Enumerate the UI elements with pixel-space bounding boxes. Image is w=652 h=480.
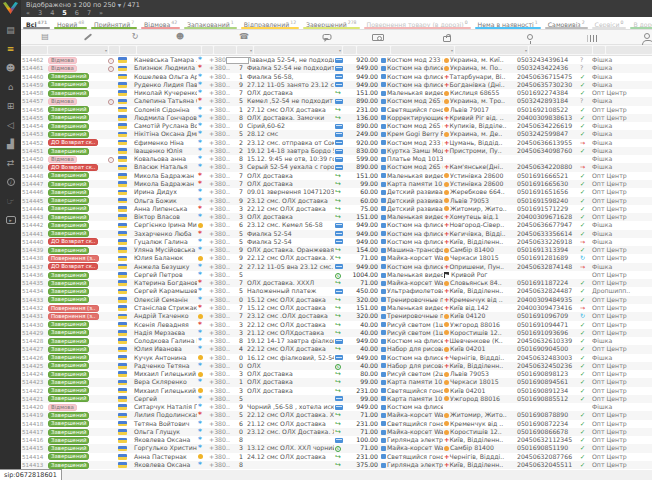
payment-column-icon[interactable] <box>372 32 384 41</box>
column-filter[interactable] <box>120 46 136 54</box>
order-row[interactable]: 514424ЗавершенийМихаил Гилецький+380...3… <box>21 370 652 378</box>
comment-column-icon[interactable] <box>323 32 332 40</box>
order-row[interactable]: 514460ЗавершенийКошелева Ольга Ар..*+380… <box>21 73 652 81</box>
order-row[interactable]: 514419ЗавершенийЛилия Подолинская*+380..… <box>21 411 652 419</box>
column-filter[interactable] <box>137 46 201 54</box>
order-row[interactable]: 514439ЗавершенийУляна Мусійовська*+380..… <box>21 246 652 254</box>
order-row[interactable]: 514413ЗавершенийЯковлева Оксана*+380...8… <box>21 461 652 469</box>
order-row[interactable]: 514457ВідмоваiСалепина Татьяна С..*+380.… <box>21 97 652 105</box>
order-row[interactable]: 514416ЗавершенийЯковлева Оксана*+380...8… <box>21 436 652 444</box>
manager-column-icon[interactable] <box>644 32 650 39</box>
order-row[interactable]: 514462ВідмоваiКаневська Тамара ..*+380..… <box>21 56 652 64</box>
order-row[interactable]: 514454ЗавершенийСамотій Руслана Во..*+38… <box>21 122 652 130</box>
tab-повернення-товару-(в-дорозі)[interactable]: Повернення товару (в дорозі)0 <box>362 17 473 29</box>
order-row[interactable]: 514426ЗавершенийКучук Антонина+380...016… <box>21 354 652 362</box>
order-row[interactable]: 514428ЗавершенийСолодкова Галина В..*+38… <box>21 337 652 345</box>
order-row[interactable]: 514458ЗавершенийНиколай Кучеренко*+380..… <box>21 89 652 97</box>
sidebar-item-cart[interactable]: ⊞ <box>0 96 21 115</box>
order-row[interactable]: 514435ЗавершенийКатерина Богданова*+380.… <box>21 279 652 287</box>
sidebar-item-stats[interactable]: ▟ <box>0 134 21 153</box>
column-filter[interactable] <box>202 46 213 54</box>
order-row[interactable]: 514447ЗавершенийМикола Бадражан*+380...7… <box>21 180 652 188</box>
column-filter[interactable] <box>529 46 592 54</box>
tab-прийнятий[interactable]: Прийнятий7 <box>89 17 139 29</box>
order-row[interactable]: 514423ЗавершенийВера Скляренко*+380...1О… <box>21 378 652 386</box>
last-page-button[interactable]: » <box>99 9 103 17</box>
order-row[interactable]: 514453ЗавершенийНікітіна Оксана Дми..*+3… <box>21 130 652 138</box>
tab-всі[interactable]: Всі471 <box>21 17 52 29</box>
order-row[interactable]: 514446ЗавершенийИрина Дидух*+380...709.0… <box>21 188 652 196</box>
order-row[interactable]: 514431Повернення (з..Андрій Ткаченко+380… <box>21 312 652 320</box>
column-filter[interactable]: ▾ <box>455 46 528 54</box>
tab-запакований[interactable]: Запакований1 <box>182 17 239 29</box>
order-row[interactable]: 514432Повернення (з..Станіслав Стрижак*+… <box>21 304 652 312</box>
tab-новий[interactable]: Новий48 <box>52 17 89 29</box>
order-row[interactable]: 514461ВідмоваiБлизнюк Людмила ..*+380...… <box>21 64 652 72</box>
order-row[interactable]: 514448ЗавершенийМикола Бадражан*+380...7… <box>21 172 652 180</box>
status-column-icon[interactable] <box>84 32 93 38</box>
order-row[interactable]: 514440ДО Возврат ск..Гуцалюк Галина*+380… <box>21 238 652 246</box>
sidebar-item-megaphone[interactable]: ◁ <box>0 115 21 134</box>
tab-нема-в-наявності[interactable]: Нема в наявності1 <box>473 17 543 29</box>
order-row[interactable]: 514444ЗавершенийАнна Липенська*+380...32… <box>21 205 652 213</box>
tab-завершений[interactable]: Завершений278 <box>301 17 361 29</box>
order-row[interactable]: 514415ЗавершенийГоргулько Христина..*+38… <box>21 444 652 452</box>
sidebar-item-support[interactable]: ☞ <box>0 191 21 210</box>
order-row[interactable]: 514451ЗавершенийІващенко Юлія*+380...219… <box>21 147 652 155</box>
sidebar-item-company[interactable]: ⌂ <box>0 77 21 96</box>
order-row[interactable]: 514433ЗавершенийОлексій Семанін*+380...0… <box>21 296 652 304</box>
order-row[interactable]: 514459ЗавершенийРуденко Лидия Пав..*+380… <box>21 81 652 89</box>
order-row[interactable]: 514438Повернення (з..Юлия Баланюк+380...… <box>21 254 652 262</box>
app-logo[interactable] <box>3 2 18 14</box>
client-column-icon[interactable]: ☻ <box>176 32 184 42</box>
tab-самовивіз[interactable]: Самовивіз2 <box>543 17 590 29</box>
sidebar-item-settings[interactable]: ⇄ <box>0 153 21 172</box>
column-filter[interactable]: ▾ <box>254 46 342 54</box>
order-row[interactable]: 514443ЗавершенийВіктор Власов*+380...3ОЛ… <box>21 213 652 221</box>
sidebar-item-dashboard[interactable]: ▤ <box>0 20 21 39</box>
column-filter[interactable]: ▾ <box>391 46 454 54</box>
sync-column-icon[interactable]: ↻ <box>132 32 139 42</box>
sidebar-item-clients[interactable]: ☻ <box>0 58 21 77</box>
order-row[interactable]: 514436ЗавершенийСергей Петров*+380...5$1… <box>21 271 652 279</box>
order-row[interactable]: 514414ЗавершенийАнна Пастернак+380...124… <box>21 453 652 461</box>
order-row[interactable]: 514417ЗавершенийОльга Глущук*+380...023.… <box>21 428 652 436</box>
order-row[interactable]: 514422ЗавершенийМихаил Гилецький+380...3… <box>21 387 652 395</box>
order-row[interactable]: 514427ЗавершенийЮлия Иванова*+380...422.… <box>21 345 652 353</box>
order-row[interactable]: 514449ДО Возврат ск..Власюк Наталья*+380… <box>21 163 652 171</box>
order-row[interactable]: 514442ЗавершенийСергієнко Ірина Ми..+380… <box>21 221 652 229</box>
per-page-dropdown-icon[interactable]: ▼ <box>118 3 121 8</box>
order-row[interactable]: 514434ЗавершенийСергей Карамышев*+380...… <box>21 287 652 295</box>
order-row[interactable]: 514445ЗавершенийОльга Божик*+380...923.1… <box>21 197 652 205</box>
column-filter[interactable] <box>214 46 236 54</box>
order-row[interactable]: 514450ВідмоваiКовальова анна*+380...815.… <box>21 155 652 163</box>
ttn-column-icon[interactable] <box>588 32 599 42</box>
id-column-icon[interactable]: ▤ <box>41 32 49 42</box>
phone-column-icon[interactable]: ☎ <box>239 32 249 42</box>
column-filter[interactable] <box>357 46 390 54</box>
address-column-icon[interactable] <box>527 32 533 40</box>
order-row[interactable]: 514455ЗавершенийЛюдмила Гончарова*+380..… <box>21 114 652 122</box>
column-filter[interactable] <box>606 46 652 54</box>
column-filter[interactable] <box>109 46 119 54</box>
column-filter[interactable] <box>21 46 47 54</box>
product-column-icon[interactable] <box>443 32 451 42</box>
page-button-5[interactable]: 5 <box>62 9 67 17</box>
sidebar-item-video[interactable]: ▸ <box>0 210 21 229</box>
order-row[interactable]: 514441ЗавершенийЗахарченко Люба*+380...5… <box>21 230 652 238</box>
order-row[interactable]: 514421ЗавершенийСергей*+380...599.00Карт… <box>21 395 652 403</box>
inline-edit-input[interactable] <box>226 57 249 64</box>
page-button-3[interactable]: 3 <box>38 9 42 17</box>
page-button-7[interactable]: 7 <box>87 9 91 17</box>
tab-відправлений[interactable]: Відправлений12 <box>239 17 301 29</box>
page-button-6[interactable]: 6 <box>75 9 79 17</box>
column-filter[interactable] <box>343 46 356 54</box>
order-row[interactable]: 514437ДО Возврат ск..Анжела Безушку*+380… <box>21 263 652 271</box>
first-page-button[interactable]: « <box>26 9 30 17</box>
order-row[interactable]: 514429ЗавершенийНадія Мерзаєва*+380...32… <box>21 329 652 337</box>
order-row[interactable]: 514452ДО Возврат ск..Єфименко Ніна*+380.… <box>21 139 652 147</box>
tab-сервіси[interactable]: Сервіси0 <box>590 17 629 29</box>
page-button-4[interactable]: 4 <box>50 9 54 17</box>
tab-відмова[interactable]: Відмова42 <box>139 17 182 29</box>
sidebar-item-info[interactable]: i <box>0 172 21 191</box>
